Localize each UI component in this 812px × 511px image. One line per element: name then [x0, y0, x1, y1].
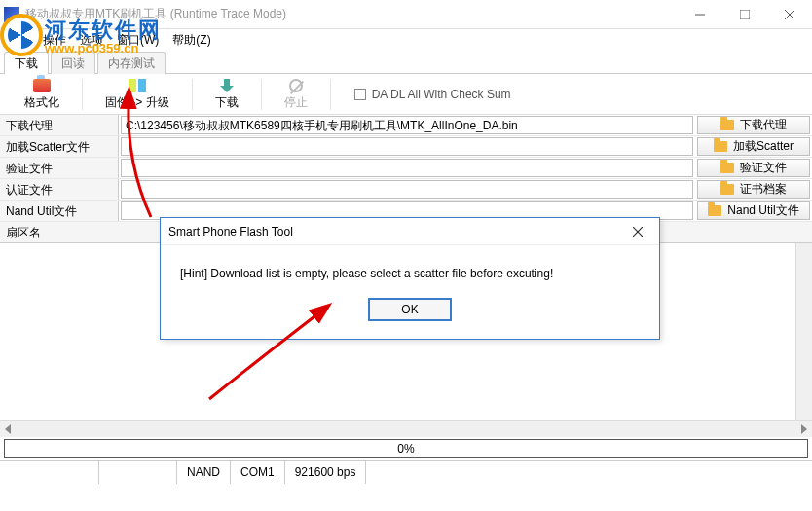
da-label: 下载代理: [0, 115, 119, 135]
checksum-checkbox[interactable]: DA DL All With Check Sum: [354, 88, 511, 101]
download-button[interactable]: 下载: [197, 74, 257, 114]
tab-download[interactable]: 下载: [4, 52, 49, 74]
folder-icon: [720, 163, 734, 173]
window-titlebar: 移动叔叔专用MTK刷机工具 (Runtime Trace Mode): [0, 0, 812, 29]
menu-bar: 文件 操作 选项 窗口(W) 帮助(Z): [0, 29, 812, 51]
upgrade-icon: [127, 77, 148, 94]
status-cell-empty: [0, 461, 99, 484]
status-baud: 921600 bps: [285, 461, 367, 484]
verify-browse-button[interactable]: 验证文件: [697, 159, 810, 177]
menu-action[interactable]: 操作: [43, 32, 66, 49]
status-bar: NAND COM1 921600 bps: [0, 460, 812, 484]
scatter-path-field[interactable]: [121, 137, 693, 156]
dialog-close-button[interactable]: [624, 221, 651, 242]
tab-memtest[interactable]: 内存测试: [97, 52, 166, 74]
cert-browse-button[interactable]: 证书档案: [697, 180, 810, 199]
toolbar: 格式化 固件 -> 升级 下载 停止 DA DL All With Check …: [0, 74, 812, 115]
close-button[interactable]: [767, 0, 812, 29]
vertical-scrollbar[interactable]: [795, 243, 812, 420]
stop-icon: [285, 77, 307, 94]
cert-label: 认证文件: [0, 179, 119, 200]
firmware-upgrade-button[interactable]: 固件 -> 升级: [87, 74, 188, 114]
progress-bar: 0%: [4, 439, 808, 458]
progress-text: 0%: [397, 442, 414, 456]
cert-path-field[interactable]: [121, 180, 693, 199]
scatter-browse-button[interactable]: 加载Scatter: [697, 137, 810, 156]
stop-button[interactable]: 停止: [266, 74, 326, 114]
tab-bar: 下载 回读 内存测试: [0, 51, 812, 74]
scatter-label: 加载Scatter文件: [0, 136, 119, 157]
verify-label: 验证文件: [0, 158, 119, 178]
dialog-ok-button[interactable]: OK: [368, 298, 452, 321]
tab-readback[interactable]: 回读: [51, 52, 95, 74]
folder-icon: [720, 120, 734, 130]
format-button[interactable]: 格式化: [6, 74, 78, 114]
status-nand: NAND: [177, 461, 231, 484]
status-com: COM1: [231, 461, 285, 484]
app-icon: [4, 7, 19, 22]
folder-icon: [708, 205, 721, 216]
format-icon: [31, 77, 53, 94]
da-path-field[interactable]: C:\123456\移动叔叔MTK6589四核手机专用刷机工具\MTK_AllI…: [121, 116, 693, 134]
download-icon: [216, 77, 238, 94]
dialog-title: Smart Phone Flash Tool: [168, 225, 293, 238]
minimize-button[interactable]: [678, 0, 722, 29]
window-title: 移动叔叔专用MTK刷机工具 (Runtime Trace Mode): [25, 6, 286, 22]
nand-label: Nand Util文件: [0, 201, 119, 221]
verify-path-field[interactable]: [121, 159, 693, 177]
checkbox-icon: [354, 89, 366, 100]
menu-help[interactable]: 帮助(Z): [172, 32, 210, 49]
folder-icon: [714, 141, 727, 152]
horizontal-scrollbar[interactable]: [0, 420, 812, 437]
hint-dialog: Smart Phone Flash Tool [Hint] Download l…: [160, 217, 660, 340]
menu-window[interactable]: 窗口(W): [117, 32, 159, 49]
folder-icon: [720, 184, 734, 195]
svg-rect-1: [740, 10, 750, 19]
menu-option[interactable]: 选项: [80, 32, 103, 49]
dialog-message: [Hint] Download list is empty, please se…: [180, 267, 553, 280]
maximize-button[interactable]: [722, 0, 767, 29]
menu-file[interactable]: 文件: [6, 32, 29, 49]
nand-browse-button[interactable]: Nand Util文件: [697, 201, 810, 220]
status-cell-empty: [99, 461, 177, 484]
da-browse-button[interactable]: 下载代理: [697, 116, 810, 134]
